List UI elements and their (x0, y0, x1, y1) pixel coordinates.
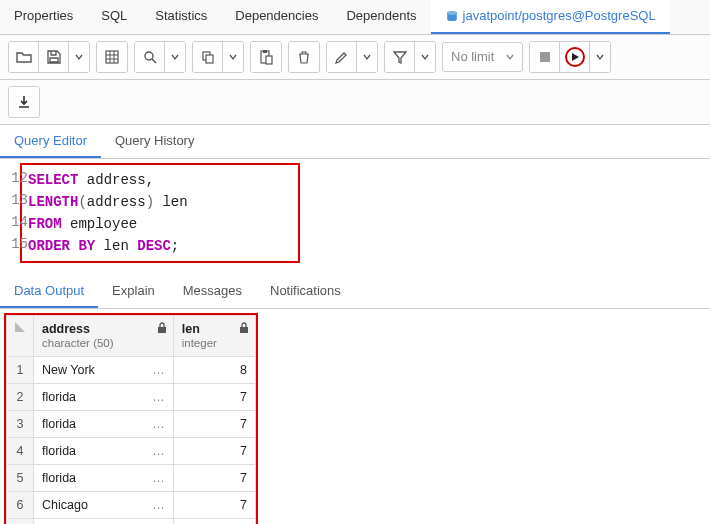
tab-statistics[interactable]: Statistics (141, 0, 221, 33)
chevron-down-icon (506, 53, 514, 61)
result-grid[interactable]: address character (50) len integer 1New … (6, 315, 256, 524)
lock-icon (239, 322, 249, 334)
svg-rect-13 (266, 56, 272, 64)
column-header-address[interactable]: address character (50) (34, 315, 174, 356)
svg-rect-10 (206, 55, 213, 63)
cell-address[interactable]: florida… (34, 464, 174, 491)
save-dropdown[interactable] (69, 42, 89, 72)
table-row[interactable]: 4florida…7 (7, 437, 256, 464)
column-header-len[interactable]: len integer (173, 315, 255, 356)
line-gutter: 12 13 14 15 (0, 163, 34, 259)
execute-button[interactable] (560, 42, 590, 72)
result-grid-highlight: address character (50) len integer 1New … (4, 313, 258, 524)
cell-address[interactable]: florida… (34, 383, 174, 410)
search-button[interactable] (135, 42, 165, 72)
cell-len[interactable]: 7 (173, 518, 255, 524)
cell-address[interactable]: New York… (34, 356, 174, 383)
cell-len[interactable]: 7 (173, 410, 255, 437)
toolbar: No limit (0, 35, 710, 80)
row-header[interactable]: 4 (7, 437, 34, 464)
open-file-button[interactable] (9, 42, 39, 72)
tab-notifications[interactable]: Notifications (256, 275, 355, 308)
tab-data-output[interactable]: Data Output (0, 275, 98, 308)
filter-dropdown[interactable] (415, 42, 435, 72)
cell-len[interactable]: 7 (173, 464, 255, 491)
svg-point-7 (145, 52, 153, 60)
tab-sql[interactable]: SQL (87, 0, 141, 33)
svg-rect-16 (240, 327, 248, 333)
cell-len[interactable]: 7 (173, 491, 255, 518)
cell-address[interactable]: florida… (34, 410, 174, 437)
edit-button[interactable] (327, 42, 357, 72)
stop-button[interactable] (530, 42, 560, 72)
execute-dropdown[interactable] (590, 42, 610, 72)
svg-rect-12 (263, 50, 267, 53)
row-header[interactable]: 2 (7, 383, 34, 410)
tab-connection-label: javatpoint/postgres@PostgreSQL (463, 8, 656, 23)
top-tabs: Properties SQL Statistics Dependencies D… (0, 0, 710, 35)
svg-rect-2 (106, 51, 118, 63)
table-row[interactable]: 1New York…8 (7, 356, 256, 383)
code-highlight-box: SELECT address, LENGTH(address) len FROM… (20, 163, 300, 263)
table-row[interactable]: 6Chicago…7 (7, 491, 256, 518)
cell-address[interactable]: Newyork… (34, 518, 174, 524)
result-rows: 1New York…82florida…73florida…74florida…… (7, 356, 256, 524)
table-row[interactable]: 3florida…7 (7, 410, 256, 437)
copy-dropdown[interactable] (223, 42, 243, 72)
lock-icon (157, 322, 167, 334)
row-header[interactable]: 5 (7, 464, 34, 491)
svg-rect-14 (540, 52, 550, 62)
save-button[interactable] (39, 42, 69, 72)
download-button[interactable] (9, 87, 39, 117)
tab-dependents[interactable]: Dependents (332, 0, 430, 33)
limit-select[interactable]: No limit (442, 42, 523, 72)
output-tabs: Data Output Explain Messages Notificatio… (0, 275, 710, 309)
svg-point-1 (447, 11, 457, 15)
code-editor[interactable]: 12 13 14 15 SELECT address, LENGTH(addre… (0, 159, 710, 267)
table-row[interactable]: 7Newyork…7 (7, 518, 256, 524)
copy-button[interactable] (193, 42, 223, 72)
database-icon (445, 10, 459, 24)
tab-connection[interactable]: javatpoint/postgres@PostgreSQL (431, 0, 670, 34)
cell-address[interactable]: florida… (34, 437, 174, 464)
limit-label: No limit (451, 49, 494, 64)
play-icon (565, 47, 585, 67)
cell-address[interactable]: Chicago… (34, 491, 174, 518)
tab-query-editor[interactable]: Query Editor (0, 125, 101, 158)
svg-rect-15 (158, 327, 166, 333)
cell-len[interactable]: 7 (173, 437, 255, 464)
svg-line-8 (152, 59, 156, 63)
row-header[interactable]: 6 (7, 491, 34, 518)
grid-button[interactable] (97, 42, 127, 72)
toolbar-row-2 (0, 80, 710, 125)
cell-len[interactable]: 8 (173, 356, 255, 383)
tab-explain[interactable]: Explain (98, 275, 169, 308)
paste-button[interactable] (251, 42, 281, 72)
row-header[interactable]: 1 (7, 356, 34, 383)
search-dropdown[interactable] (165, 42, 185, 72)
select-all-icon (15, 322, 25, 332)
cell-len[interactable]: 7 (173, 383, 255, 410)
editor-tabs: Query Editor Query History (0, 125, 710, 159)
row-header[interactable]: 7 (7, 518, 34, 524)
tab-messages[interactable]: Messages (169, 275, 256, 308)
row-header[interactable]: 3 (7, 410, 34, 437)
corner-cell[interactable] (7, 315, 34, 356)
table-row[interactable]: 2florida…7 (7, 383, 256, 410)
tab-properties[interactable]: Properties (0, 0, 87, 33)
filter-button[interactable] (385, 42, 415, 72)
tab-query-history[interactable]: Query History (101, 125, 208, 158)
edit-dropdown[interactable] (357, 42, 377, 72)
tab-dependencies[interactable]: Dependencies (221, 0, 332, 33)
table-row[interactable]: 5florida…7 (7, 464, 256, 491)
delete-button[interactable] (289, 42, 319, 72)
